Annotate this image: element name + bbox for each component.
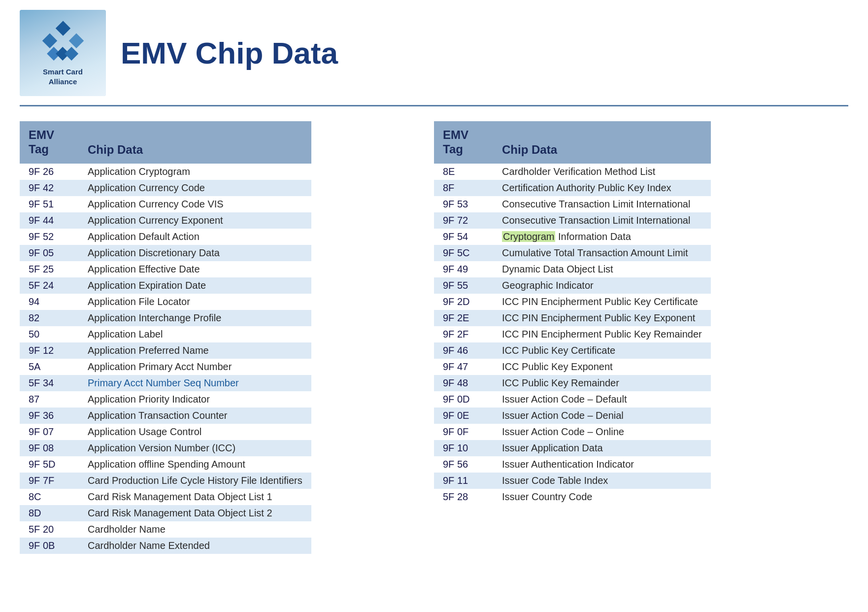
table-row: 9F 10Issuer Application Data: [434, 440, 711, 456]
tag-cell: 9F 52: [20, 229, 79, 245]
tag-cell: 9F 49: [434, 261, 493, 277]
right-tag-header: EMVTag: [434, 121, 493, 164]
tag-cell: 9F 0E: [434, 408, 493, 424]
data-cell: Application Effective Date: [79, 261, 311, 277]
tag-cell: 8C: [20, 489, 79, 505]
data-cell: Issuer Action Code – Denial: [493, 408, 711, 424]
table-row: 5F 34Primary Acct Number Seq Number: [20, 375, 311, 391]
logo-text: Smart Card Alliance: [43, 67, 83, 86]
logo-diamonds: [41, 20, 85, 64]
data-cell: Application Label: [79, 326, 311, 342]
data-cell: Certification Authority Public Key Index: [493, 180, 711, 196]
data-cell: Primary Acct Number Seq Number: [79, 375, 311, 391]
tag-cell: 8E: [434, 164, 493, 180]
page-header: Smart Card Alliance EMV Chip Data: [20, 10, 848, 106]
tag-cell: 9F 05: [20, 245, 79, 261]
left-tag-header: EMVTag: [20, 121, 79, 164]
data-cell: ICC Public Key Exponent: [493, 359, 711, 375]
data-cell: Application Discretionary Data: [79, 245, 311, 261]
tag-cell: 9F 2D: [434, 294, 493, 310]
table-row: 82Application Interchange Profile: [20, 310, 311, 326]
tag-cell: 5F 28: [434, 489, 493, 505]
table-row: 9F 7FCard Production Life Cycle History …: [20, 473, 311, 489]
tag-cell: 5F 24: [20, 277, 79, 294]
table-row: 9F 55Geographic Indicator: [434, 277, 711, 294]
tag-cell: 9F 5C: [434, 245, 493, 261]
data-cell: Application File Locator: [79, 294, 311, 310]
tag-cell: 9F 12: [20, 342, 79, 359]
tag-cell: 9F 51: [20, 196, 79, 212]
table-row: 94Application File Locator: [20, 294, 311, 310]
table-row: 9F 48ICC Public Key Remainder: [434, 375, 711, 391]
data-cell: Cardholder Name Extended: [79, 538, 311, 554]
data-cell: Cumulative Total Transaction Amount Limi…: [493, 245, 711, 261]
tag-cell: 9F 56: [434, 456, 493, 473]
logo: Smart Card Alliance: [20, 10, 106, 96]
table-row: 9F 07Application Usage Control: [20, 424, 311, 440]
left-section: EMVTag Chip Data 9F 26Application Crypto…: [20, 121, 434, 554]
tag-cell: 8D: [20, 505, 79, 521]
data-cell: ICC PIN Encipherment Public Key Exponent: [493, 310, 711, 326]
table-row: 9F 05Application Discretionary Data: [20, 245, 311, 261]
table-row: 9F 52Application Default Action: [20, 229, 311, 245]
svg-rect-0: [55, 21, 70, 36]
table-row: 9F 26Application Cryptogram: [20, 164, 311, 180]
data-cell: Application Default Action: [79, 229, 311, 245]
table-row: 9F 44Application Currency Exponent: [20, 212, 311, 229]
table-row: 9F 12Application Preferred Name: [20, 342, 311, 359]
data-cell: Application Currency Exponent: [79, 212, 311, 229]
table-row: 9F 2FICC PIN Encipherment Public Key Rem…: [434, 326, 711, 342]
table-row: 9F 2DICC PIN Encipherment Public Key Cer…: [434, 294, 711, 310]
data-cell: Cardholder Name: [79, 521, 311, 538]
tag-cell: 9F 2F: [434, 326, 493, 342]
tag-cell: 9F 10: [434, 440, 493, 456]
tag-cell: 9F 07: [20, 424, 79, 440]
data-cell: Application Preferred Name: [79, 342, 311, 359]
data-cell: Issuer Code Table Index: [493, 473, 711, 489]
tag-cell: 9F 0F: [434, 424, 493, 440]
data-cell: Application Priority Indicator: [79, 391, 311, 408]
data-cell: Application Interchange Profile: [79, 310, 311, 326]
page-title: EMV Chip Data: [121, 35, 338, 70]
data-cell: Consecutive Transaction Limit Internatio…: [493, 196, 711, 212]
data-cell: Application Transaction Counter: [79, 408, 311, 424]
tag-cell: 50: [20, 326, 79, 342]
table-row: 9F 2EICC PIN Encipherment Public Key Exp…: [434, 310, 711, 326]
table-row: 9F 0FIssuer Action Code – Online: [434, 424, 711, 440]
data-cell: Application Currency Code VIS: [79, 196, 311, 212]
table-row: 8ECardholder Verification Method List: [434, 164, 711, 180]
right-data-table: EMVTag Chip Data 8ECardholder Verificati…: [434, 121, 711, 505]
data-cell: Cardholder Verification Method List: [493, 164, 711, 180]
data-cell: Issuer Action Code – Default: [493, 391, 711, 408]
tag-cell: 8F: [434, 180, 493, 196]
data-cell: Application Primary Acct Number: [79, 359, 311, 375]
table-row: 9F 0EIssuer Action Code – Denial: [434, 408, 711, 424]
svg-rect-5: [65, 47, 78, 61]
left-data-header: Chip Data: [79, 121, 311, 164]
table-row: 9F 47ICC Public Key Exponent: [434, 359, 711, 375]
tag-cell: 5F 20: [20, 521, 79, 538]
data-cell: ICC Public Key Certificate: [493, 342, 711, 359]
table-row: 9F 56Issuer Authentication Indicator: [434, 456, 711, 473]
tag-cell: 9F 54: [434, 229, 493, 245]
tag-cell: 9F 7F: [20, 473, 79, 489]
tag-cell: 9F 2E: [434, 310, 493, 326]
data-cell: Application Version Number (ICC): [79, 440, 311, 456]
tag-cell: 9F 08: [20, 440, 79, 456]
data-cell: Issuer Application Data: [493, 440, 711, 456]
table-row: 9F 51Application Currency Code VIS: [20, 196, 311, 212]
table-row: 9F 0DIssuer Action Code – Default: [434, 391, 711, 408]
data-cell: Card Production Life Cycle History File …: [79, 473, 311, 489]
data-cell: Application Expiration Date: [79, 277, 311, 294]
table-row: 9F 49Dynamic Data Object List: [434, 261, 711, 277]
data-cell: Application offline Spending Amount: [79, 456, 311, 473]
table-row: 9F 08Application Version Number (ICC): [20, 440, 311, 456]
table-row: 9F 5DApplication offline Spending Amount: [20, 456, 311, 473]
table-row: 9F 42Application Currency Code: [20, 180, 311, 196]
table-row: 9F 36Application Transaction Counter: [20, 408, 311, 424]
table-row: 9F 11Issuer Code Table Index: [434, 473, 711, 489]
tag-cell: 9F 44: [20, 212, 79, 229]
data-cell: Application Cryptogram: [79, 164, 311, 180]
data-cell: Card Risk Management Data Object List 1: [79, 489, 311, 505]
tag-cell: 9F 0B: [20, 538, 79, 554]
